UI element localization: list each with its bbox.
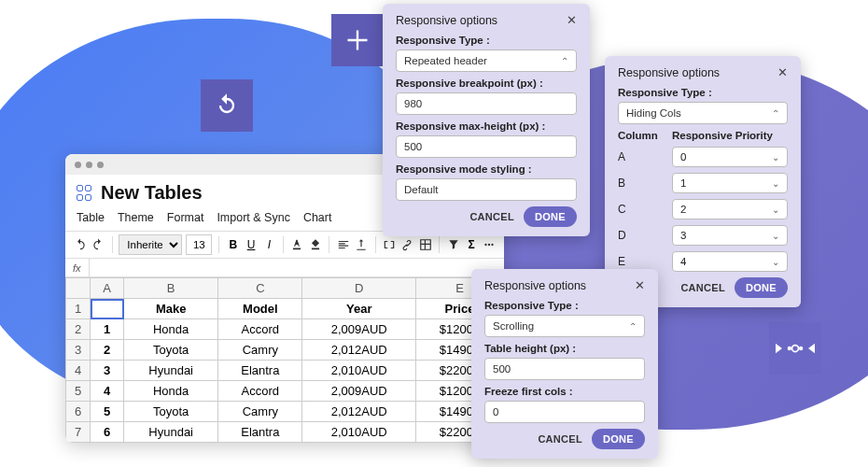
col-header[interactable]: D xyxy=(302,278,416,299)
bold-button[interactable]: B xyxy=(226,234,240,255)
align-button[interactable] xyxy=(336,234,350,255)
cell[interactable]: Make xyxy=(124,299,218,319)
text-color-button[interactable] xyxy=(290,234,304,255)
corner-cell[interactable] xyxy=(66,278,91,299)
cell[interactable]: Honda xyxy=(124,319,218,340)
styling-input[interactable]: Default xyxy=(396,178,577,201)
row-header[interactable]: 7 xyxy=(66,422,91,443)
row-header[interactable]: 3 xyxy=(66,340,91,361)
window-dot[interactable] xyxy=(86,162,92,168)
done-button[interactable]: DONE xyxy=(735,277,788,298)
cell[interactable]: 4 xyxy=(91,381,124,402)
cell[interactable]: 1 xyxy=(91,319,124,340)
col-label: C xyxy=(618,203,665,216)
cancel-button[interactable]: CANCEL xyxy=(680,282,725,293)
cell[interactable]: 6 xyxy=(91,422,124,443)
responsive-type-select[interactable]: Scrolling⌃ xyxy=(484,315,645,337)
menu-format[interactable]: Format xyxy=(167,211,204,224)
cell[interactable]: 3 xyxy=(91,361,124,381)
cell[interactable] xyxy=(91,299,124,319)
col-header[interactable]: B xyxy=(124,278,218,299)
close-icon[interactable]: ✕ xyxy=(777,65,788,79)
col-label: B xyxy=(618,177,665,190)
cell[interactable]: Hyundai xyxy=(124,361,218,381)
spreadsheet-grid[interactable]: A B C D E 1 Make Model Year Price 21Hond… xyxy=(65,277,504,443)
cell[interactable]: Accord xyxy=(218,319,302,340)
close-icon[interactable]: ✕ xyxy=(635,278,645,292)
field-label: Freeze first cols : xyxy=(484,386,645,397)
cell[interactable]: Toyota xyxy=(124,340,218,361)
priority-select[interactable]: 2⌄ xyxy=(672,199,788,219)
plus-icon xyxy=(344,27,371,53)
cancel-button[interactable]: CANCEL xyxy=(538,433,582,445)
cell[interactable]: 2,009AUD xyxy=(302,381,416,402)
cell[interactable]: 2,009AUD xyxy=(302,319,416,340)
cell[interactable]: 2,012AUD xyxy=(302,340,416,361)
row-header[interactable]: 6 xyxy=(66,402,91,422)
priority-select[interactable]: 4⌄ xyxy=(672,251,788,272)
row-header[interactable]: 1 xyxy=(66,299,91,319)
menu-theme[interactable]: Theme xyxy=(118,211,154,224)
font-family-select[interactable]: Inherited xyxy=(119,234,182,255)
row-header[interactable]: 5 xyxy=(66,381,91,402)
cell[interactable]: 2,010AUD xyxy=(302,361,416,381)
panel-title: Responsive options xyxy=(396,14,497,27)
window-dot[interactable] xyxy=(97,162,104,168)
close-icon[interactable]: ✕ xyxy=(567,13,577,27)
responsive-type-select[interactable]: Repeated header⌃ xyxy=(396,50,577,72)
cell[interactable]: Honda xyxy=(124,381,218,402)
link-button[interactable] xyxy=(400,234,414,255)
cell[interactable]: Elantra xyxy=(218,361,302,381)
menu-table[interactable]: Table xyxy=(77,211,105,224)
field-label: Responsive Type : xyxy=(484,300,645,311)
col-header[interactable]: A xyxy=(91,278,124,299)
filter-button[interactable] xyxy=(446,234,460,255)
cell[interactable]: Camry xyxy=(218,340,302,361)
borders-button[interactable] xyxy=(418,234,432,255)
cell[interactable]: Accord xyxy=(218,381,302,402)
priority-select[interactable]: 1⌄ xyxy=(672,173,788,193)
redo-button[interactable] xyxy=(91,234,105,255)
more-button[interactable] xyxy=(483,234,497,255)
table-height-input[interactable]: 500 xyxy=(484,358,645,380)
vertical-align-button[interactable] xyxy=(354,234,368,255)
field-label: Responsive mode styling : xyxy=(396,163,577,175)
cell[interactable]: 2 xyxy=(91,340,124,361)
freeze-cols-input[interactable]: 0 xyxy=(484,401,645,423)
menu-import[interactable]: Import & Sync xyxy=(217,211,290,224)
formula-bar[interactable]: fx xyxy=(65,259,504,277)
priority-select[interactable]: 0⌄ xyxy=(672,147,788,167)
formula-button[interactable]: Σ xyxy=(464,234,478,255)
underline-button[interactable]: U xyxy=(244,234,258,255)
sync-tile xyxy=(201,79,253,132)
merge-button[interactable] xyxy=(382,234,396,255)
cell[interactable]: Model xyxy=(218,299,302,319)
cell[interactable]: 2,010AUD xyxy=(302,422,416,443)
done-button[interactable]: DONE xyxy=(524,206,577,227)
maxheight-input[interactable]: 500 xyxy=(396,135,577,158)
svg-point-4 xyxy=(488,244,490,246)
col-header[interactable]: C xyxy=(218,278,302,299)
window-dot[interactable] xyxy=(75,162,81,168)
priority-select[interactable]: 3⌄ xyxy=(672,225,788,246)
done-button[interactable]: DONE xyxy=(592,429,645,449)
cell[interactable]: 2,012AUD xyxy=(302,402,416,422)
cell[interactable]: Camry xyxy=(218,402,302,422)
font-size-input[interactable] xyxy=(186,234,212,255)
undo-button[interactable] xyxy=(73,234,87,255)
cancel-button[interactable]: CANCEL xyxy=(469,211,514,222)
breakpoint-input[interactable]: 980 xyxy=(396,92,577,115)
cell[interactable]: 5 xyxy=(91,402,124,422)
italic-button[interactable]: I xyxy=(262,234,276,255)
cell[interactable]: Elantra xyxy=(218,422,302,443)
row-header[interactable]: 4 xyxy=(66,361,91,381)
menu-chart[interactable]: Chart xyxy=(303,211,332,224)
col-label: D xyxy=(618,229,665,242)
cell[interactable]: Toyota xyxy=(124,402,218,422)
responsive-type-select[interactable]: Hiding Cols⌃ xyxy=(618,102,788,124)
fill-color-button[interactable] xyxy=(308,234,322,255)
row-header[interactable]: 2 xyxy=(66,319,91,340)
svg-point-2 xyxy=(792,346,799,352)
cell[interactable]: Hyundai xyxy=(124,422,218,443)
cell[interactable]: Year xyxy=(302,299,416,319)
